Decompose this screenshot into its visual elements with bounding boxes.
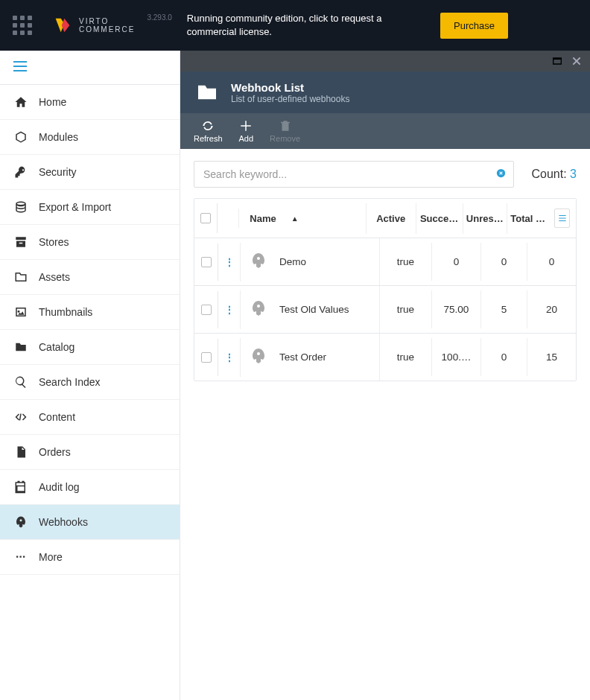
more-icon	[13, 550, 28, 564]
sidebar-item-label: More	[39, 551, 63, 563]
row-checkbox[interactable]	[201, 305, 212, 315]
row-total: 0	[527, 243, 576, 281]
blade-title: Webhook List	[231, 81, 349, 94]
logo[interactable]: VIRTO COMMERCE	[45, 15, 142, 36]
blade-header: Webhook List List of user-defined webhoo…	[180, 71, 590, 113]
logo-icon	[52, 15, 73, 36]
sidebar: HomeModulesSecurityExport & ImportStores…	[0, 51, 180, 700]
refresh-button[interactable]: Refresh	[194, 119, 223, 143]
sidebar-item-label: Audit log	[39, 481, 79, 493]
sidebar-item-content[interactable]: Content	[0, 400, 180, 435]
clear-search-icon[interactable]	[495, 168, 507, 181]
sidebar-item-label: Thumbnails	[39, 306, 92, 318]
select-all-checkbox[interactable]	[200, 213, 211, 223]
column-active[interactable]: Active	[367, 203, 416, 234]
topbar: VIRTO COMMERCE 3.293.0 Running community…	[0, 0, 590, 51]
calendar-icon	[13, 480, 28, 494]
sidebar-item-audit-log[interactable]: Audit log	[0, 470, 180, 505]
maximize-icon[interactable]	[551, 55, 563, 67]
blade-subtitle: List of user-defined webhooks	[231, 94, 349, 104]
image-icon	[13, 305, 28, 319]
sidebar-item-thumbnails[interactable]: Thumbnails	[0, 295, 180, 330]
row-total: 20	[527, 290, 576, 328]
webhooks-table: Name▲ Active Succe… Unres… Total … ⋮Demo…	[194, 198, 577, 381]
table-header: Name▲ Active Succe… Unres… Total …	[194, 199, 576, 238]
table-row[interactable]: ⋮Test Ordertrue100.…015	[194, 334, 576, 381]
remove-button[interactable]: Remove	[270, 119, 300, 143]
sort-asc-icon: ▲	[291, 214, 299, 223]
sidebar-item-label: Catalog	[39, 341, 74, 353]
search-input[interactable]	[194, 161, 514, 188]
sidebar-item-label: Assets	[39, 271, 70, 283]
sidebar-item-label: Modules	[39, 131, 78, 143]
sidebar-item-modules[interactable]: Modules	[0, 120, 180, 155]
row-menu-icon[interactable]: ⋮	[224, 351, 234, 363]
row-name: Test Old Values	[279, 304, 349, 315]
count-value: 3	[570, 168, 577, 180]
logo-text: VIRTO COMMERCE	[79, 17, 135, 34]
row-success: 0	[432, 243, 481, 281]
sidebar-item-label: Orders	[39, 446, 71, 458]
banner-text: Running community edition, click to requ…	[187, 12, 410, 39]
version-label: 3.293.0	[147, 13, 171, 22]
sidebar-item-home[interactable]: Home	[0, 85, 180, 120]
row-unres: 0	[481, 243, 527, 281]
search-row: Count: 3	[194, 161, 577, 188]
row-active: true	[380, 290, 432, 328]
row-unres: 5	[481, 290, 527, 328]
sidebar-item-label: Content	[39, 411, 75, 423]
sidebar-item-label: Home	[39, 96, 66, 108]
purchase-button[interactable]: Purchase	[440, 13, 508, 39]
sidebar-item-security[interactable]: Security	[0, 155, 180, 190]
sidebar-item-label: Search Index	[39, 376, 101, 388]
add-button[interactable]: Add	[239, 119, 254, 143]
sidebar-item-label: Stores	[39, 236, 69, 248]
row-active: true	[380, 338, 432, 376]
count-label: Count: 3	[532, 168, 577, 181]
app-grid-button[interactable]	[0, 0, 45, 51]
column-success[interactable]: Succe…	[416, 203, 463, 234]
column-options-button[interactable]	[554, 209, 570, 228]
sidebar-item-label: Export & Import	[39, 201, 111, 213]
sidebar-item-stores[interactable]: Stores	[0, 225, 180, 260]
rocket-icon	[250, 252, 267, 272]
sidebar-item-catalog[interactable]: Catalog	[0, 330, 180, 365]
sidebar-item-export-import[interactable]: Export & Import	[0, 190, 180, 225]
sidebar-item-assets[interactable]: Assets	[0, 260, 180, 295]
archive-icon	[13, 235, 28, 249]
column-total[interactable]: Total …	[507, 203, 548, 234]
row-success: 100.…	[432, 338, 481, 376]
blade-topbar	[180, 51, 590, 71]
row-active: true	[380, 243, 432, 281]
modules-icon	[13, 130, 28, 144]
refresh-label: Refresh	[194, 134, 223, 143]
column-unres[interactable]: Unres…	[463, 203, 507, 234]
sidebar-item-webhooks[interactable]: Webhooks	[0, 505, 180, 540]
key-icon	[13, 165, 28, 179]
sidebar-toggle[interactable]	[0, 51, 180, 85]
database-icon	[13, 200, 28, 214]
column-name[interactable]: Name▲	[239, 203, 366, 234]
sidebar-item-label: Webhooks	[39, 516, 88, 528]
sidebar-item-more[interactable]: More	[0, 540, 180, 575]
brand-line2: COMMERCE	[79, 25, 135, 34]
sidebar-item-orders[interactable]: Orders	[0, 435, 180, 470]
close-icon[interactable]	[571, 55, 583, 67]
row-menu-icon[interactable]: ⋮	[224, 256, 234, 268]
folder-solid-icon	[13, 340, 28, 354]
grid-icon	[13, 16, 32, 35]
table-row[interactable]: ⋮Test Old Valuestrue75.00520	[194, 286, 576, 334]
row-checkbox[interactable]	[201, 352, 212, 363]
sidebar-item-search-index[interactable]: Search Index	[0, 365, 180, 400]
code-icon	[13, 410, 28, 424]
add-label: Add	[239, 134, 254, 143]
table-row[interactable]: ⋮Demotrue000	[194, 238, 576, 286]
toolbar: Refresh Add Remove	[180, 113, 590, 149]
search-icon	[13, 375, 28, 389]
file-icon	[13, 445, 28, 459]
brand-line1: VIRTO	[79, 17, 135, 26]
search-box	[194, 161, 514, 188]
row-checkbox[interactable]	[201, 257, 212, 267]
main-blade: Webhook List List of user-defined webhoo…	[180, 51, 590, 700]
row-menu-icon[interactable]: ⋮	[224, 304, 234, 316]
